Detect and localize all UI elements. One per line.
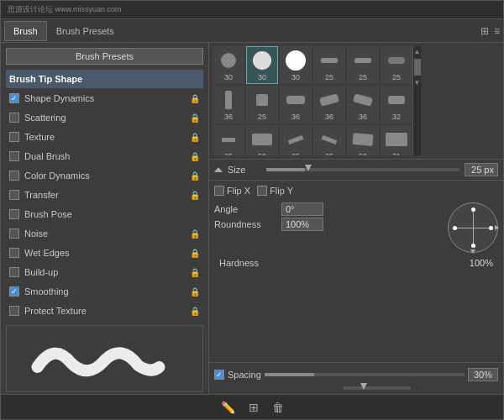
brush-flat2 bbox=[286, 96, 305, 104]
brush-shape bbox=[351, 49, 375, 72]
brush-item[interactable]: 36 bbox=[313, 86, 345, 123]
dual-brush-checkbox[interactable] bbox=[9, 151, 19, 161]
transfer-checkbox[interactable] bbox=[9, 190, 19, 200]
brush-num: 30 bbox=[291, 73, 300, 81]
noise-checkbox[interactable] bbox=[9, 228, 19, 239]
brush-shape-angled bbox=[354, 58, 371, 63]
angle-row: Angle bbox=[214, 202, 441, 216]
delete-brush-icon[interactable]: 🗑 bbox=[272, 401, 284, 414]
brush-item[interactable]: 30 bbox=[213, 46, 244, 84]
flip-x-checkbox[interactable] bbox=[214, 186, 224, 196]
brush-item[interactable]: 50 bbox=[347, 125, 379, 155]
roundness-input[interactable] bbox=[281, 218, 323, 231]
spacing-slider-track[interactable] bbox=[265, 373, 465, 376]
properties-area: Flip X Flip Y Angle R bbox=[209, 181, 503, 362]
dual-brush-lock: 🔒 bbox=[190, 152, 200, 161]
option-noise[interactable]: Noise 🔒 bbox=[6, 224, 203, 243]
option-brush-tip-shape[interactable]: Brush Tip Shape bbox=[6, 70, 203, 88]
menu-icon[interactable]: ≡ bbox=[494, 25, 500, 37]
brush-item[interactable]: 36 bbox=[280, 86, 312, 123]
angle-dial[interactable] bbox=[448, 202, 498, 253]
smoothing-checkbox[interactable]: ✓ bbox=[9, 286, 19, 297]
option-brush-pose[interactable]: Brush Pose bbox=[6, 205, 203, 223]
left-panel: Brush Presets Brush Tip Shape ✓ Shape Dy… bbox=[1, 43, 209, 394]
brush-item[interactable]: 25 bbox=[246, 86, 278, 123]
brush-num: 25 bbox=[325, 73, 333, 81]
noise-label: Noise bbox=[24, 228, 190, 239]
brush-shape bbox=[385, 88, 408, 112]
scroll-up-arrow[interactable]: ▲ bbox=[412, 46, 423, 57]
option-build-up[interactable]: Build-up 🔒 bbox=[6, 263, 203, 281]
brush-item[interactable]: 25 bbox=[313, 125, 345, 155]
option-smoothing[interactable]: ✓ Smoothing 🔒 bbox=[6, 282, 203, 301]
dial-dot-top bbox=[471, 207, 475, 212]
grid-scrollbar[interactable]: ▲ ▼ bbox=[412, 46, 421, 155]
option-wet-edges[interactable]: Wet Edges 🔒 bbox=[6, 244, 203, 262]
spacing-slider-bar[interactable] bbox=[344, 386, 411, 390]
wet-edges-checkbox[interactable] bbox=[9, 248, 19, 258]
scattering-label: Scattering bbox=[24, 113, 190, 123]
option-scattering[interactable]: Scattering 🔒 bbox=[6, 108, 203, 127]
brush-item[interactable]: 25 bbox=[213, 125, 244, 155]
brush-item[interactable]: 50 bbox=[246, 125, 278, 155]
brush-item[interactable]: 30 bbox=[280, 46, 312, 84]
brush-item[interactable]: 32 bbox=[381, 86, 412, 123]
spacing-checkbox[interactable]: ✓ bbox=[214, 370, 224, 380]
size-slider-thumb[interactable] bbox=[305, 165, 312, 171]
brush-presets-button[interactable]: Brush Presets bbox=[6, 48, 203, 65]
size-row: Size 25 px bbox=[209, 160, 503, 181]
texture-checkbox[interactable] bbox=[9, 132, 19, 142]
brush-item[interactable]: 25 bbox=[280, 125, 312, 155]
brush-presets-icon[interactable]: ⊞ bbox=[249, 401, 259, 414]
scattering-checkbox[interactable] bbox=[9, 113, 19, 123]
tab-brush-presets[interactable]: Brush Presets bbox=[47, 21, 123, 41]
option-shape-dynamics[interactable]: ✓ Shape Dynamics 🔒 bbox=[6, 89, 203, 108]
brush-item[interactable]: 25 bbox=[381, 46, 412, 84]
create-new-brush-icon[interactable]: ✏️ bbox=[221, 401, 235, 414]
size-slider-track[interactable] bbox=[266, 168, 459, 171]
brush-item[interactable]: 71 bbox=[381, 125, 412, 155]
shape-dynamics-checkbox[interactable]: ✓ bbox=[9, 93, 19, 103]
brush-shape bbox=[217, 49, 240, 72]
flip-y-group[interactable]: Flip Y bbox=[257, 186, 293, 196]
brush-item[interactable]: 30 bbox=[246, 46, 278, 84]
option-protect-texture[interactable]: Protect Texture 🔒 bbox=[6, 302, 203, 320]
bottom-bar: ✏️ ⊞ 🗑 bbox=[1, 394, 503, 419]
brush-num: 36 bbox=[291, 113, 300, 121]
brush-item[interactable]: 25 bbox=[347, 46, 379, 84]
option-texture[interactable]: Texture 🔒 bbox=[6, 128, 203, 146]
flip-row: Flip X Flip Y bbox=[214, 186, 498, 196]
expand-icon[interactable]: ⊞ bbox=[480, 25, 489, 37]
roundness-row: Roundness bbox=[214, 218, 441, 231]
props-left: Angle Roundness bbox=[214, 202, 441, 253]
flip-x-group[interactable]: Flip X bbox=[214, 186, 250, 196]
option-dual-brush[interactable]: Dual Brush 🔒 bbox=[6, 147, 203, 165]
flip-y-checkbox[interactable] bbox=[257, 186, 267, 196]
grid-with-scroll: 30 30 bbox=[213, 46, 500, 155]
build-up-checkbox[interactable] bbox=[9, 267, 19, 277]
spacing-slider-thumb[interactable] bbox=[360, 383, 367, 390]
brush-row-1: 30 30 bbox=[213, 46, 412, 84]
scroll-thumb[interactable] bbox=[414, 59, 421, 76]
size-increase-arrow[interactable] bbox=[214, 167, 223, 172]
size-slider-container[interactable] bbox=[266, 168, 459, 171]
brush-item[interactable]: 36 bbox=[347, 86, 379, 123]
spacing-slider-container[interactable] bbox=[265, 373, 465, 376]
brush-item[interactable]: 25 bbox=[313, 46, 345, 84]
tab-brush[interactable]: Brush bbox=[4, 21, 47, 41]
size-value[interactable]: 25 px bbox=[465, 163, 498, 176]
brush-angled3 bbox=[353, 93, 373, 106]
option-transfer[interactable]: Transfer 🔒 bbox=[6, 186, 203, 204]
option-color-dynamics[interactable]: Color Dynamics 🔒 bbox=[6, 166, 203, 185]
brush-item[interactable]: 36 bbox=[213, 86, 244, 123]
color-dynamics-checkbox[interactable] bbox=[9, 171, 19, 181]
roundness-label: Roundness bbox=[214, 219, 281, 229]
panel-header: 思源设计论坛 www.missyuan.com bbox=[1, 1, 503, 19]
brush-num: 30 bbox=[258, 73, 266, 81]
angle-input[interactable] bbox=[281, 202, 323, 216]
scroll-down-arrow[interactable]: ▼ bbox=[412, 77, 423, 88]
protect-texture-checkbox[interactable] bbox=[9, 306, 19, 316]
brush-pose-checkbox[interactable] bbox=[9, 209, 19, 219]
brush-shape-flat bbox=[321, 58, 338, 63]
spacing-slider-fill bbox=[265, 373, 315, 376]
